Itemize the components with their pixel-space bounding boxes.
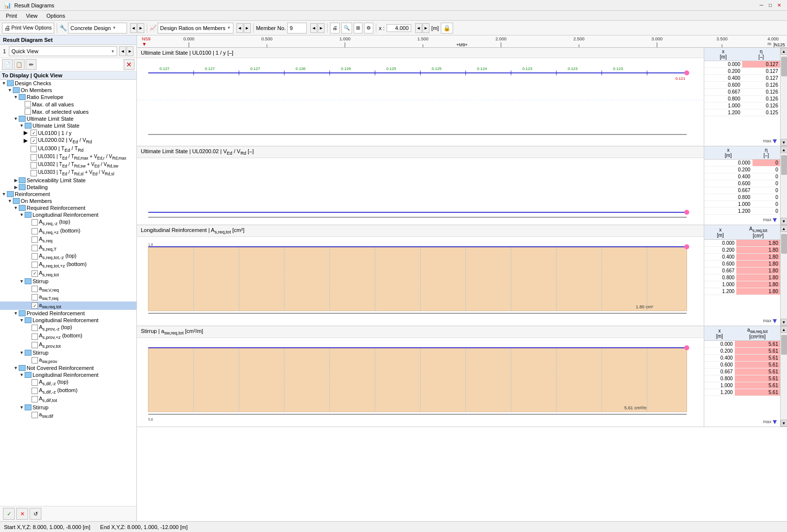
tree-item-asw-t-req[interactable]: asw,T,req [0,293,136,301]
tree-item-as-req-tot-z-top[interactable]: As,req,tot,-z (top) [0,252,136,261]
checkbox-ul0301[interactable] [31,154,37,161]
maximize-button[interactable]: □ [766,1,774,9]
scroll-thumb-1[interactable] [781,57,787,76]
menu-view[interactable]: View [22,12,42,20]
checkbox-as-req-tot-z-top[interactable] [32,253,38,260]
tree-item-as-req-z-top[interactable]: As,req,-z (top) [0,218,136,227]
x-prev[interactable]: ◄ [415,23,422,33]
tree-item-prov-stirrup[interactable]: ▼ Stirrup [0,349,136,356]
tree-item-as-prov-z-bot[interactable]: As,prov,+z (bottom) [0,332,136,340]
tree-item-required-reinf[interactable]: ▼ Required Reinforcement [0,204,136,211]
edit-set-btn[interactable]: ✏ [26,59,36,70]
tree-item-as-req-tot-z-bot[interactable]: As,req,tot,+z (bottom) [0,261,136,269]
concrete-design-dropdown[interactable]: Concrete Design ▼ [68,23,127,33]
tree-item-as-req-z-bot[interactable]: As,req,+z (bottom) [0,227,136,235]
filter-icon-3[interactable]: ▼ [771,317,778,325]
tree-item-ul0100[interactable]: ▶ UL0100 | 1 / y [0,129,136,136]
checkbox-as-prov-tot[interactable] [32,342,38,348]
checkbox-asw-prov[interactable] [32,357,38,364]
checkbox-ul0302[interactable] [31,162,37,168]
tree-item-asw-req-tot[interactable]: asw,req,tot [0,301,136,310]
refresh-btn[interactable]: ↺ [30,508,41,520]
tree-item-max-selected[interactable]: Max. of selected values [0,108,136,115]
tree-item-uls-inner[interactable]: ▼ Ultimate Limit State [0,122,136,129]
charts-scroll[interactable]: Ultimate Limit State | UL0100 | 1 / y [–… [137,48,787,521]
checkbox-as-req-z-top[interactable] [32,219,38,226]
tree-item-ul0200[interactable]: ▶ UL0200.02 | VEd / VRd [0,136,136,145]
scroll-down-3[interactable]: ▼ [781,319,787,326]
checkbox-as-dif-z-bot[interactable] [32,388,38,394]
copy-set-btn[interactable]: 📋 [14,59,25,70]
scroll-thumb-2[interactable] [781,155,787,175]
tree-item-as-req-tot[interactable]: As,req,tot [0,269,136,278]
tree-item-prov-long-reinf[interactable]: ▼ Longitudinal Reinforcement [0,317,136,324]
checkbox-as-req-tot-z-bot[interactable] [32,262,38,268]
checkbox-as-dif-z-top[interactable] [32,379,38,386]
tree-item-reinf-on-members[interactable]: ▼ On Members [0,198,136,204]
tree-item-as-prov-tot[interactable]: As,prov,tot [0,341,136,349]
checkbox-asw-req-tot[interactable] [32,302,38,309]
tree-item-long-reinf[interactable]: ▼ Longitudinal Reinforcement [0,211,136,218]
window-controls[interactable]: ─ □ ✕ [757,1,783,9]
tree-item-as-dif-z-bot[interactable]: As,dif,-z (bottom) [0,387,136,395]
settings-btn[interactable]: ⚙ [364,23,373,33]
checkbox-as-req-tot[interactable] [32,270,38,277]
scroll-down-4[interactable]: ▼ [781,420,787,427]
checkbox-as-req[interactable] [32,236,38,243]
menu-options[interactable]: Options [42,12,69,20]
scroll-down-2[interactable]: ▼ [781,218,787,225]
tree-item-ul0301[interactable]: UL0301 | TEd / TRd,max + VEd,r / VRd,max [0,153,136,161]
set-name-dropdown[interactable]: Quick View ▼ [9,46,117,56]
x-value[interactable]: 4.000 [387,24,411,32]
chart4-scrollbar[interactable]: ▲ ▼ [780,326,787,427]
tree-item-sls[interactable]: ▶ Serviceability Limit State [0,177,136,184]
tree-item-not-covered[interactable]: ▼ Not Covered Reinforcement [0,365,136,371]
tree-item-nc-stirrup[interactable]: ▼ Stirrup [0,404,136,411]
tree-item-nc-long-reinf[interactable]: ▼ Longitudinal Reinforcement [0,371,136,378]
tree-item-design-checks[interactable]: ▼ Design Checks [0,80,136,87]
checkbox-max-selected[interactable] [25,108,31,115]
tree-item-stirrup[interactable]: ▼ Stirrup [0,278,136,285]
filter-icon-4[interactable]: ▼ [771,418,778,426]
minimize-button[interactable]: ─ [757,1,765,9]
x-next[interactable]: ► [423,23,429,33]
cancel-btn[interactable]: ✕ [16,508,28,520]
scroll-down-1[interactable]: ▼ [781,139,787,146]
tree-item-ratio-envelope[interactable]: ▼ Ratio Envelope [0,94,136,100]
concrete-design-next[interactable]: ► [137,23,144,33]
tree-container[interactable]: ▼ Design Checks ▼ On Members ▼ Ratio Env… [0,80,136,506]
tree-item-as-dif-z-top[interactable]: As,dif,-z (top) [0,378,136,387]
chart2-area[interactable] [137,158,704,222]
tree-item-provided-reinf[interactable]: ▼ Provided Reinforcement [0,310,136,317]
zoom-btn[interactable]: 🔍 [341,23,352,33]
tree-item-asw-prov[interactable]: asw,prov [0,356,136,365]
chart3-area[interactable]: 1.80 cm² 1.8 [137,237,704,326]
zoom-fit-btn[interactable]: ⊞ [354,23,362,33]
chart4-area[interactable]: 5.61 cm²/m 5.6 [137,338,704,427]
design-ratios-dropdown[interactable]: Design Ratios on Members ▼ [158,23,233,33]
filter-icon-1[interactable]: ▼ [771,137,778,145]
tree-item-asw-dif[interactable]: asw,dif [0,411,136,419]
checkbox-asw-dif[interactable] [32,412,38,418]
checkbox-max-all[interactable] [25,101,31,107]
tree-item-detailing[interactable]: ▶ Detailing [0,184,136,191]
tree-item-ul0300[interactable]: UL0300 | TEd / TRd [0,145,136,153]
filter-icon-2[interactable]: ▼ [771,216,778,224]
member-no-next[interactable]: ► [318,23,325,33]
set-prev-btn[interactable]: ◄ [119,46,126,56]
checkbox-as-req-t[interactable] [32,245,38,251]
concrete-design-prev[interactable]: ◄ [130,23,137,33]
tree-item-max-all[interactable]: Max. of all values [0,100,136,108]
set-next-btn[interactable]: ► [127,46,133,56]
checkbox-as-req-z-bot[interactable] [32,228,38,234]
scroll-thumb-4[interactable] [781,335,787,355]
checkbox-ul0300[interactable] [31,146,37,152]
tree-item-as-req-t[interactable]: As,req,T [0,244,136,252]
tree-item-asw-v-req[interactable]: asw,V,req [0,285,136,293]
print-view-options-button[interactable]: 🖨 Print View Options [2,23,54,33]
scroll-thumb-3[interactable] [781,234,787,254]
chart2-scrollbar[interactable]: ▲ ▼ [780,146,787,225]
tree-item-as-prov-z-top[interactable]: As,prov,-z (top) [0,324,136,332]
scroll-up-1[interactable]: ▲ [781,48,787,55]
tree-item-reinforcement[interactable]: ▼ Reinforcement [0,191,136,198]
